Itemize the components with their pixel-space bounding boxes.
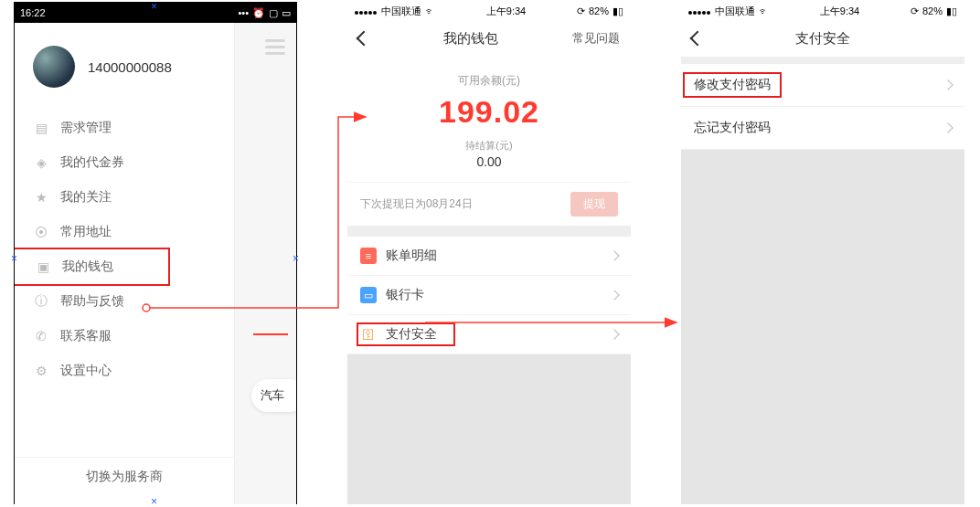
profile-row[interactable]: 14000000088 <box>15 23 234 111</box>
menu-follow[interactable]: ★ 我的关注 <box>15 180 234 215</box>
loading-icon: ⟳ <box>911 5 919 17</box>
row-label: 忘记支付密码 <box>694 120 771 136</box>
wifi-icon: ᯤ <box>425 5 435 16</box>
menu-help[interactable]: ⓘ 帮助与反馈 <box>15 284 234 319</box>
section-gap <box>681 57 964 64</box>
empty-area <box>347 354 631 504</box>
wifi-icon: ᯤ <box>759 5 769 16</box>
main-sliver: 汽车 <box>234 23 296 504</box>
battery-icon: ▮▯ <box>612 5 623 17</box>
category-pill[interactable]: 汽车 <box>251 379 297 412</box>
menu-label: 常用地址 <box>60 224 112 240</box>
status-bar: 中国联通 ᯤ 上午9:34 ⟳ 82% ▮▯ <box>681 2 964 20</box>
sidebar: 14000000088 ▤ 需求管理 ◈ 我的代金券 ★ 我的关注 ⦿ 常用地址… <box>15 23 234 504</box>
anchor-mark: × <box>151 495 157 507</box>
menu-voucher[interactable]: ◈ 我的代金券 <box>15 145 234 180</box>
carrier-label: 中国联通 <box>381 5 421 18</box>
gear-icon: ⚙ <box>33 363 49 379</box>
menu-label: 设置中心 <box>60 363 112 379</box>
menu-label: 我的关注 <box>60 189 112 206</box>
nav-bar: 支付安全 <box>681 20 964 57</box>
row-bill[interactable]: ≡账单明细 <box>347 237 631 276</box>
balance-label: 可用余额(元) <box>347 73 631 89</box>
withdraw-row: 下次提现日为08月24日 提现 <box>347 182 631 226</box>
wifi-icon: ▢ <box>269 7 278 19</box>
balance-amount: 199.02 <box>347 94 631 130</box>
key-icon: ⚿ <box>360 326 377 343</box>
phone-sidebar: 16:22 ••• ⏰ ▢ ▭ 14000000088 ▤ 需求管理 ◈ 我的代… <box>14 2 297 504</box>
page-title: 支付安全 <box>795 30 850 48</box>
status-bar: 中国联通 ᯤ 上午9:34 ⟳ 82% ▮▯ <box>347 2 631 20</box>
menu-label: 帮助与反馈 <box>60 293 124 310</box>
carrier-label: 中国联通 <box>715 5 755 18</box>
phone-icon: ✆ <box>33 328 49 344</box>
page-title: 我的钱包 <box>443 30 498 48</box>
switch-label: 切换为服务商 <box>86 469 163 483</box>
bill-icon: ≡ <box>360 248 377 264</box>
profile-phone: 14000000088 <box>88 59 172 75</box>
pin-icon: ⦿ <box>33 224 49 240</box>
menu-wallet[interactable]: ▣ 我的钱包 <box>14 248 170 286</box>
dots-icon: ••• <box>238 7 249 18</box>
status-time: 上午9:34 <box>820 5 859 18</box>
battery-icon: ▮▯ <box>946 5 957 17</box>
loading-icon: ⟳ <box>577 5 585 17</box>
status-time: 上午9:34 <box>486 5 526 18</box>
back-button[interactable] <box>357 31 372 47</box>
row-label: 银行卡 <box>386 287 424 303</box>
menu-label: 联系客服 <box>60 328 112 344</box>
card-icon: ▭ <box>360 287 377 303</box>
empty-area <box>681 150 964 504</box>
row-security[interactable]: ⚿支付安全 <box>347 315 631 354</box>
phone-wallet: 中国联通 ᯤ 上午9:34 ⟳ 82% ▮▯ 我的钱包 常见问题 可用余额(元)… <box>347 2 631 504</box>
chevron-right-icon <box>609 290 619 300</box>
battery-pct: 82% <box>589 5 609 16</box>
back-button[interactable] <box>690 31 706 47</box>
row-label: 支付安全 <box>386 326 437 343</box>
row-card[interactable]: ▭银行卡 <box>347 276 631 315</box>
chevron-right-icon <box>943 122 953 132</box>
star-icon: ★ <box>33 189 49 206</box>
menu-address[interactable]: ⦿ 常用地址 <box>15 215 234 249</box>
pending-amount: 0.00 <box>347 154 631 169</box>
chevron-right-icon <box>609 329 619 339</box>
withdraw-button[interactable]: 提现 <box>570 192 618 217</box>
status-icons: ••• ⏰ ▢ ▭ <box>238 7 291 19</box>
status-time: 16:22 <box>20 7 46 18</box>
row-label: 修改支付密码 <box>683 72 782 98</box>
anchor-mark: × <box>11 252 17 265</box>
nav-bar: 我的钱包 常见问题 <box>347 20 631 57</box>
alarm-icon: ⏰ <box>252 7 265 19</box>
signal-icon <box>355 5 378 16</box>
switch-provider[interactable]: 切换为服务商 <box>15 457 234 496</box>
avatar <box>33 46 75 88</box>
phone-security: 中国联通 ᯤ 上午9:34 ⟳ 82% ▮▯ 支付安全 修改支付密码 忘记支付密… <box>681 2 964 504</box>
anchor-mark: × <box>293 252 299 265</box>
wallet-icon: ▣ <box>35 259 51 275</box>
ticket-icon: ◈ <box>33 154 49 171</box>
withdraw-note: 下次提现日为08月24日 <box>360 196 473 212</box>
chevron-right-icon <box>609 250 619 260</box>
help-icon: ⓘ <box>33 293 49 310</box>
list-icon: ▤ <box>33 120 49 136</box>
signal-icon <box>688 5 711 16</box>
menu-label: 我的代金券 <box>60 154 124 171</box>
battery-pct: 82% <box>922 5 943 16</box>
accent-line <box>253 333 288 335</box>
row-label: 账单明细 <box>386 248 437 264</box>
section-gap <box>347 226 631 237</box>
pending-label: 待结算(元) <box>347 139 631 153</box>
row-forgot-password[interactable]: 忘记支付密码 <box>681 107 964 150</box>
battery-icon: ▭ <box>282 7 291 19</box>
hamburger-icon[interactable] <box>265 39 285 58</box>
faq-link[interactable]: 常见问题 <box>572 30 620 47</box>
menu-contact[interactable]: ✆ 联系客服 <box>15 319 234 354</box>
row-change-password[interactable]: 修改支付密码 <box>681 64 964 107</box>
balance-card: 可用余额(元) 199.02 待结算(元) 0.00 <box>347 57 631 182</box>
anchor-mark: × <box>151 0 157 13</box>
menu-settings[interactable]: ⚙ 设置中心 <box>15 354 234 388</box>
menu-label: 我的钱包 <box>62 259 113 275</box>
menu-label: 需求管理 <box>60 120 112 136</box>
chevron-right-icon <box>943 79 953 90</box>
menu-demand[interactable]: ▤ 需求管理 <box>15 111 234 145</box>
